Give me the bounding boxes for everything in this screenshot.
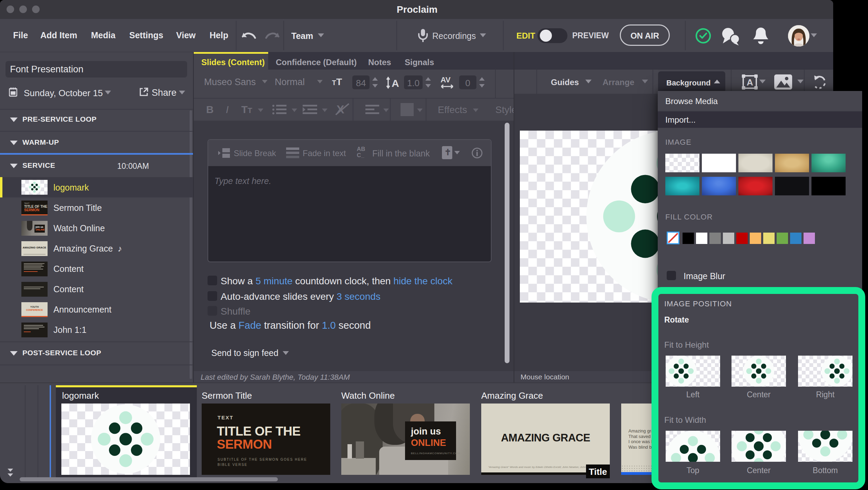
svg-text:A: A	[392, 78, 399, 89]
svg-text:AV: AV	[441, 76, 451, 84]
svg-text:A: A	[747, 77, 753, 88]
